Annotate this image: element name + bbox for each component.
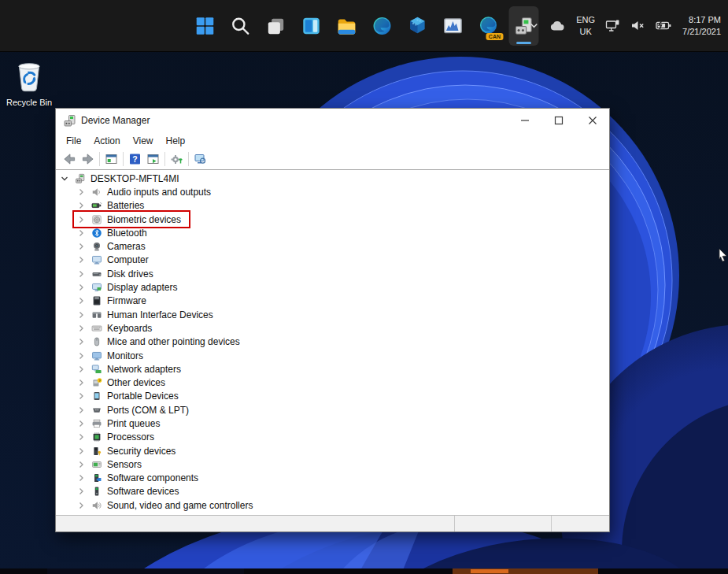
tree-item[interactable]: Network adapters — [56, 362, 609, 376]
chevron-right-icon[interactable] — [76, 432, 86, 442]
chevron-right-icon[interactable] — [76, 337, 86, 346]
network-status-icon[interactable] — [605, 19, 620, 32]
tree-item-computer[interactable]: DESKTOP-MFTL4MI — [56, 172, 609, 185]
status-bar — [56, 515, 609, 531]
menu-file[interactable]: File — [60, 134, 87, 148]
onedrive-cloud-icon[interactable] — [549, 20, 566, 31]
chevron-right-icon[interactable] — [76, 501, 86, 510]
recycle-bin-icon — [12, 57, 46, 97]
chevron-right-icon[interactable] — [76, 406, 86, 415]
tree-item[interactable]: Batteries — [56, 199, 609, 213]
chevron-right-icon[interactable] — [76, 242, 86, 251]
chevron-right-icon[interactable] — [76, 269, 86, 279]
tree-item-label: Biometric devices — [107, 214, 181, 225]
other-icon: ? — [91, 377, 102, 388]
tree-item[interactable]: ?Other devices — [56, 376, 609, 389]
taskbar-widgets-button[interactable] — [296, 6, 326, 46]
properties-icon — [146, 153, 160, 165]
tree-item[interactable]: Security devices — [56, 444, 609, 457]
close-button[interactable] — [575, 109, 609, 132]
chevron-right-icon[interactable] — [76, 187, 86, 197]
chevron-right-icon[interactable] — [76, 460, 86, 469]
chevron-right-icon[interactable] — [76, 324, 86, 333]
scan-hardware-button[interactable] — [191, 150, 209, 168]
tree-item[interactable]: Computer — [56, 254, 609, 267]
battery-charging-icon[interactable] — [656, 20, 672, 31]
chevron-right-icon[interactable] — [76, 473, 86, 483]
tree-item-label: Human Interface Devices — [107, 309, 213, 320]
update-driver-button[interactable] — [168, 150, 186, 168]
chevron-right-icon[interactable] — [76, 201, 86, 210]
tree-children: Audio inputs and outputsBatteriesBiometr… — [56, 185, 609, 512]
tree-item[interactable]: Print queues — [56, 417, 609, 430]
tree-item[interactable]: Disk drives — [56, 267, 609, 280]
recycle-bin-shortcut[interactable]: Recycle Bin — [4, 57, 54, 107]
taskbar-task-view-button[interactable] — [261, 6, 290, 46]
tree-item[interactable]: Processors — [56, 431, 609, 444]
tree-item[interactable]: Portable Devices — [56, 390, 609, 403]
computer-icon — [91, 254, 102, 265]
menu-view[interactable]: View — [127, 134, 160, 148]
hidden-icons-chevron-icon[interactable] — [529, 20, 539, 31]
tree-item[interactable]: Keyboards — [56, 321, 609, 335]
tree-item[interactable]: Sound, video and game controllers — [56, 498, 609, 512]
language-indicator[interactable]: ENG UK — [576, 14, 595, 37]
voxel-cube-icon — [406, 15, 428, 37]
properties-button[interactable] — [144, 150, 162, 168]
tree-item[interactable]: Ports (COM & LPT) — [56, 403, 609, 417]
chevron-right-icon[interactable] — [76, 419, 86, 428]
chevron-right-icon[interactable] — [76, 365, 86, 374]
bluetooth-icon — [91, 228, 102, 239]
help-button[interactable]: ? — [126, 150, 144, 168]
tree-item-label: Mice and other pointing devices — [107, 336, 240, 347]
forward-icon — [81, 153, 94, 165]
tree-item[interactable]: Software components — [56, 472, 609, 485]
taskbar-performance-monitor-button[interactable] — [438, 6, 467, 46]
back-button[interactable] — [61, 150, 79, 168]
menu-help[interactable]: Help — [160, 134, 192, 148]
taskbar-start-button[interactable] — [190, 6, 220, 46]
taskbar-file-explorer-button[interactable] — [331, 6, 361, 46]
tree-item[interactable]: Biometric devices — [56, 213, 609, 226]
taskbar-edge-button[interactable] — [367, 6, 397, 46]
tree-item[interactable]: Human Interface Devices — [56, 308, 609, 321]
hid-icon — [91, 309, 102, 320]
clock[interactable]: 8:17 PM 7/21/2021 — [682, 14, 721, 38]
tree-item[interactable]: Audio inputs and outputs — [56, 185, 609, 198]
menu-bar: File Action View Help — [56, 132, 609, 149]
tree-item-label: Cameras — [107, 241, 146, 252]
chevron-right-icon[interactable] — [76, 228, 86, 238]
edge-icon — [371, 15, 393, 37]
tree-item[interactable]: Monitors — [56, 349, 609, 362]
disk-icon — [91, 268, 102, 280]
tree-item[interactable]: Display adapters — [56, 280, 609, 294]
chevron-right-icon[interactable] — [76, 487, 86, 496]
tree-item-label: Keyboards — [107, 323, 152, 334]
tree-item[interactable]: Cameras — [56, 239, 609, 253]
chevron-right-icon[interactable] — [76, 283, 86, 292]
taskbar-edge-canary-button[interactable]: CAN — [473, 6, 503, 46]
chevron-right-icon[interactable] — [76, 255, 86, 265]
menu-action[interactable]: Action — [87, 134, 126, 148]
minimize-button[interactable] — [508, 109, 541, 132]
tree-item[interactable]: Firmware — [56, 294, 609, 308]
tree-item[interactable]: Sensors — [56, 457, 609, 471]
console-tree-button[interactable] — [102, 150, 120, 168]
taskbar-voxel-cube-button[interactable] — [402, 6, 432, 46]
maximize-button[interactable] — [541, 109, 575, 132]
chevron-right-icon[interactable] — [76, 296, 86, 306]
chevron-right-icon[interactable] — [76, 215, 86, 224]
chevron-right-icon[interactable] — [76, 351, 86, 361]
tree-item[interactable]: Software devices — [56, 485, 609, 498]
tree-item[interactable]: Mice and other pointing devices — [56, 335, 609, 349]
forward-button[interactable] — [79, 150, 97, 168]
chevron-down-icon[interactable] — [60, 174, 69, 183]
chevron-right-icon[interactable] — [76, 310, 86, 320]
window-titlebar[interactable]: Device Manager — [56, 109, 609, 132]
chevron-right-icon[interactable] — [76, 391, 86, 401]
tree-item[interactable]: Bluetooth — [56, 226, 609, 239]
chevron-right-icon[interactable] — [76, 446, 86, 456]
volume-muted-icon[interactable] — [630, 20, 645, 31]
chevron-right-icon[interactable] — [76, 378, 86, 387]
taskbar-search-button[interactable] — [225, 6, 255, 46]
